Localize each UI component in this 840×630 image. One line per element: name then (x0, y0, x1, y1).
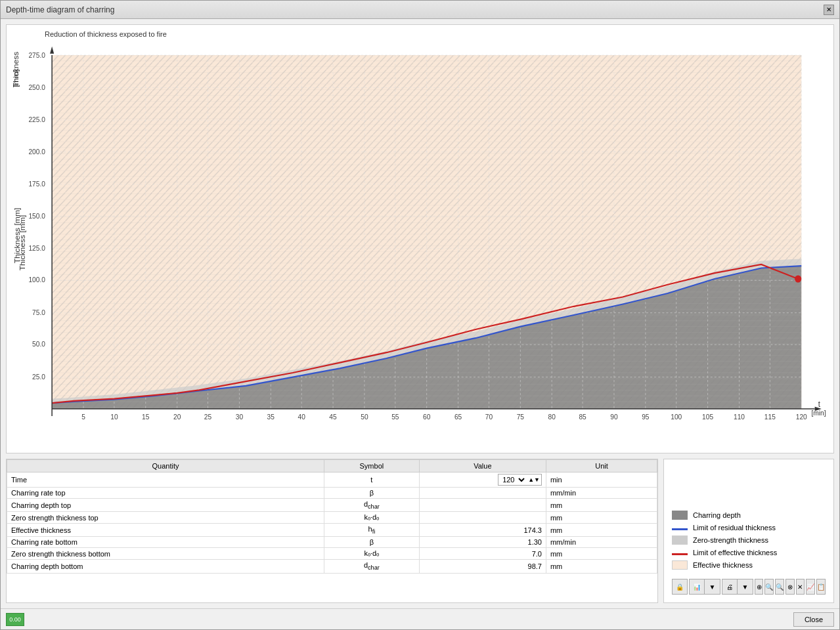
symbol-cell: hfi (324, 524, 419, 537)
svg-text:95: 95 (642, 413, 649, 421)
legend-section: Charring depth Limit of residual thickne… (663, 459, 834, 603)
print-button[interactable]: 🖨 (722, 579, 738, 595)
value-cell (419, 499, 546, 512)
svg-text:105: 105 (702, 413, 713, 421)
svg-text:15: 15 (142, 413, 149, 421)
legend-effective-thickness: Effective thickness (672, 560, 826, 570)
chart-area: Reduction of thickness exposed to fire T… (6, 24, 834, 453)
quantity-label: Charring rate bottom (7, 537, 324, 548)
col-quantity: Quantity (7, 460, 324, 472)
svg-text:30: 30 (236, 413, 243, 421)
svg-text:225.0: 225.0 (28, 116, 45, 123)
table-row: Time t 120 60 90 ▲▼ (7, 472, 657, 488)
zoom-fit-button[interactable]: ⊕ (755, 579, 763, 595)
col-value: Value (419, 460, 546, 472)
svg-text:10: 10 (110, 413, 118, 421)
quantity-label: Charring depth top (7, 499, 324, 512)
time-select[interactable]: 120 60 90 (498, 474, 527, 485)
zoom-reset-button[interactable]: ⊗ (785, 579, 794, 595)
svg-text:125.0: 125.0 (28, 244, 45, 252)
green-indicator: 0.00 (6, 613, 24, 626)
value-cell: 1.30 (419, 537, 546, 548)
value-cell (419, 488, 546, 499)
legend-residual-thickness: Limit of residual thickness (672, 524, 826, 532)
symbol-cell: t (324, 472, 419, 488)
symbol-cell: k₀·d₀ (324, 512, 419, 524)
svg-text:250.0: 250.0 (28, 83, 45, 91)
quantity-label: Zero strength thickness bottom (7, 548, 324, 560)
eraser-button[interactable]: ✕ (796, 579, 805, 595)
svg-text:5: 5 (81, 413, 85, 421)
chart-toolbar: 🔒 📊 ▼ 🖨 ▼ ⊕ 🔍 🔍 ⊗ ✕ 📈 (672, 579, 826, 595)
export-button[interactable]: 📊 (689, 579, 705, 595)
table-view-button[interactable]: 📋 (816, 579, 826, 595)
svg-text:100.0: 100.0 (28, 276, 45, 284)
table-row: Zero strength thickness top k₀·d₀ mm (7, 512, 657, 524)
legend-label: Zero-strength thickness (693, 536, 768, 544)
legend-zero-strength: Zero-strength thickness (672, 536, 826, 545)
status-left: 0.00 (6, 613, 24, 626)
legend-effective-thickness-limit: Limit of effective thickness (672, 549, 826, 556)
unit-cell: mm (546, 524, 657, 537)
svg-text:Thickness [mm]: Thickness [mm] (13, 208, 21, 264)
unit-cell: mm/min (546, 488, 657, 499)
window-title: Depth-time diagram of charring (6, 5, 114, 14)
svg-rect-45 (52, 55, 801, 409)
time-input[interactable]: 120 60 90 ▲▼ (498, 474, 542, 486)
chart-svg: Thickness [mm] Thickness [mm] (12, 41, 828, 445)
symbol-cell: dchar (324, 499, 419, 512)
svg-text:80: 80 (548, 413, 556, 421)
toolbar-icon-group-1: 🔒 (672, 579, 688, 595)
legend-label: Effective thickness (693, 561, 753, 569)
zero-strength-swatch (672, 536, 688, 545)
quantity-label: Zero strength thickness top (7, 512, 324, 524)
svg-text:50.0: 50.0 (32, 340, 45, 348)
quantity-label: Time (7, 472, 324, 488)
print-dropdown-button[interactable]: ▼ (738, 579, 753, 595)
zoom-out-button[interactable]: 🔍 (775, 579, 784, 595)
effective-thickness-limit-swatch (672, 553, 688, 555)
svg-text:85: 85 (579, 413, 586, 421)
svg-point-46 (795, 276, 801, 283)
symbol-cell: dchar (324, 560, 419, 573)
table-row: Zero strength thickness bottom k₀·d₀ 7.0… (7, 548, 657, 560)
toolbar-icon-group-3: 🖨 ▼ (722, 579, 753, 595)
col-unit: Unit (546, 460, 657, 472)
chart-title: Reduction of thickness exposed to fire (45, 30, 828, 38)
unit-cell: mm (546, 512, 657, 524)
svg-text:25.0: 25.0 (32, 373, 45, 381)
lock-button[interactable]: 🔒 (672, 579, 688, 595)
close-button[interactable]: Close (793, 612, 834, 627)
table-row: Charring rate top β mm/min (7, 488, 657, 499)
quantity-label: Charring rate top (7, 488, 324, 499)
data-table-section: Quantity Symbol Value Unit Time t (6, 459, 658, 603)
legend-label: Charring depth (693, 511, 741, 519)
export-dropdown-button[interactable]: ▼ (705, 579, 720, 595)
data-table: Quantity Symbol Value Unit Time t (7, 459, 657, 574)
svg-text:115: 115 (764, 413, 776, 421)
svg-text:90: 90 (610, 413, 617, 421)
unit-cell: mm (546, 499, 657, 512)
value-cell: 98.7 (419, 560, 546, 573)
value-cell (419, 512, 546, 524)
zoom-in-button[interactable]: 🔍 (764, 579, 774, 595)
quantity-label: Charring depth bottom (7, 560, 324, 573)
value-cell: 7.0 (419, 548, 546, 560)
svg-text:275.0: 275.0 (28, 51, 45, 59)
svg-text:175.0: 175.0 (28, 180, 45, 188)
window-close-button[interactable]: ✕ (824, 5, 834, 15)
symbol-cell: β (324, 488, 419, 499)
svg-text:70: 70 (485, 413, 493, 421)
legend-label: Limit of residual thickness (693, 524, 776, 532)
svg-text:45: 45 (329, 413, 336, 421)
toolbar-icon-group-2: 📊 ▼ (689, 579, 720, 595)
quantity-label: Effective thickness (7, 524, 324, 537)
main-window: Depth-time diagram of charring ✕ Reducti… (0, 0, 840, 630)
chart-view-button[interactable]: 📈 (806, 579, 815, 595)
unit-cell: mm (546, 560, 657, 573)
table-row: Effective thickness hfi 174.3 mm (7, 524, 657, 537)
svg-text:150.0: 150.0 (28, 211, 45, 219)
svg-text:100: 100 (671, 413, 682, 421)
effective-thickness-swatch (672, 560, 688, 570)
svg-text:40: 40 (298, 413, 305, 421)
